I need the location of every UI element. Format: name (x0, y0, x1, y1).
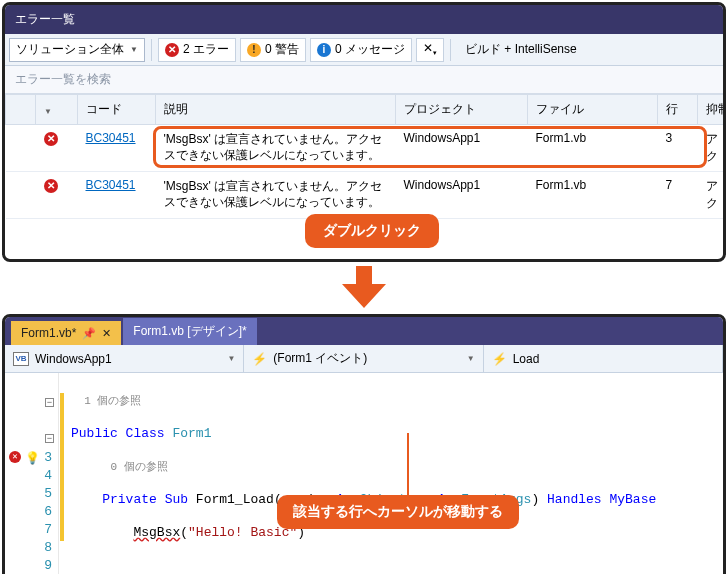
col-proj[interactable]: プロジェクト (396, 95, 528, 125)
toolbar-separator (450, 39, 451, 61)
vb-icon: VB (13, 352, 29, 366)
event-icon: ⚡ (492, 352, 507, 366)
col-line[interactable]: 行 (658, 95, 698, 125)
error-file: Form1.vb (528, 125, 658, 172)
close-icon[interactable]: ✕ (102, 327, 111, 340)
panel-title: エラー一覧 (5, 5, 723, 34)
fold-toggle[interactable]: − (45, 398, 54, 407)
error-list-search[interactable]: エラー一覧を検索 (5, 66, 723, 94)
grid-header: ▼ コード 説明 プロジェクト ファイル 行 抑制 (6, 95, 727, 125)
error-line: 7 (658, 172, 698, 219)
event-icon: ⚡ (252, 352, 267, 366)
toolbar-separator (151, 39, 152, 61)
col-file[interactable]: ファイル (528, 95, 658, 125)
messages-filter-label: 0 メッセージ (335, 41, 405, 58)
errors-filter-button[interactable]: ✕ 2 エラー (158, 38, 236, 62)
warnings-filter-label: 0 警告 (265, 41, 299, 58)
tab-form1-design[interactable]: Form1.vb [デザイン]* (123, 318, 256, 345)
warning-icon: ! (247, 43, 261, 57)
error-list-toolbar: ソリューション全体 ▼ ✕ 2 エラー ! 0 警告 i 0 メッセージ ✕▾ … (5, 34, 723, 66)
change-bar (59, 373, 67, 574)
search-placeholder: エラー一覧を検索 (15, 72, 111, 86)
error-icon: ✕ (44, 132, 58, 146)
fold-toggle[interactable]: − (45, 434, 54, 443)
error-row[interactable]: ✕ BC30451 'MsgBsx' は宣言されていません。アクセスできない保護… (6, 125, 727, 172)
error-code-link[interactable]: BC30451 (86, 131, 136, 145)
error-list-panel: エラー一覧 ソリューション全体 ▼ ✕ 2 エラー ! 0 警告 i 0 メッセ… (2, 2, 726, 262)
pin-icon[interactable]: 📌 (82, 327, 96, 340)
crumb-method[interactable]: ⚡ Load (484, 345, 723, 372)
editor-breadcrumb: VB WindowsApp1 ▼ ⚡ (Form1 イベント) ▼ ⚡ Load (5, 345, 723, 373)
build-intellisense-label[interactable]: ビルド + IntelliSense (457, 41, 585, 58)
line-number-gutter: 1− 2− 3✕💡 4 5 6 7 8 9 (5, 373, 59, 574)
error-list-grid: ▼ コード 説明 プロジェクト ファイル 行 抑制 ✕ BC30451 'Msg… (5, 94, 726, 219)
clear-filter-icon: ✕▾ (423, 41, 437, 57)
error-gutter-icon[interactable]: ✕ (9, 451, 21, 463)
cursor-move-callout: 該当する行へカーソルが移動する (277, 495, 519, 529)
scope-combo-label: ソリューション全体 (16, 41, 124, 58)
crumb-project[interactable]: VB WindowsApp1 ▼ (5, 345, 244, 372)
error-line: 3 (658, 125, 698, 172)
codelens-refs[interactable]: 0 個の参照 (111, 461, 168, 473)
code-area[interactable]: 1− 2− 3✕💡 4 5 6 7 8 9 1 個の参照 Public Clas… (5, 373, 723, 574)
errors-filter-label: 2 エラー (183, 41, 229, 58)
col-icon[interactable]: ▼ (36, 95, 78, 125)
editor-tab-strip: Form1.vb* 📌 ✕ Form1.vb [デザイン]* (5, 317, 723, 345)
info-icon: i (317, 43, 331, 57)
col-desc[interactable]: 説明 (156, 95, 396, 125)
crumb-event-label: (Form1 イベント) (273, 350, 367, 367)
error-row[interactable]: ✕ BC30451 'MsgBsx' は宣言されていません。アクセスできない保護… (6, 172, 727, 219)
lightbulb-icon[interactable]: 💡 (25, 450, 40, 468)
error-desc: 'MsgBsx' は宣言されていません。アクセスできない保護レベルになっています… (156, 125, 396, 172)
tab-label: Form1.vb [デザイン]* (133, 323, 246, 340)
chevron-down-icon: ▼ (130, 45, 138, 54)
col-sup[interactable]: 抑制 (698, 95, 727, 125)
error-file: Form1.vb (528, 172, 658, 219)
warnings-filter-button[interactable]: ! 0 警告 (240, 38, 306, 62)
error-suppress: アク (698, 172, 727, 219)
error-project: WindowsApp1 (396, 125, 528, 172)
error-desc: 'MsgBsx' は宣言されていません。アクセスできない保護レベルになっています… (156, 172, 396, 219)
codelens-refs[interactable]: 1 個の参照 (84, 395, 141, 407)
col-blank[interactable] (6, 95, 36, 125)
scope-combo[interactable]: ソリューション全体 ▼ (9, 38, 145, 62)
crumb-event[interactable]: ⚡ (Form1 イベント) ▼ (244, 345, 483, 372)
col-code[interactable]: コード (78, 95, 156, 125)
tab-form1-vb[interactable]: Form1.vb* 📌 ✕ (11, 321, 121, 345)
error-icon: ✕ (165, 43, 179, 57)
crumb-project-label: WindowsApp1 (35, 352, 112, 366)
callout-area: ダブルクリック (5, 219, 723, 259)
error-project: WindowsApp1 (396, 172, 528, 219)
error-icon: ✕ (44, 179, 58, 193)
tab-label: Form1.vb* (21, 326, 76, 340)
arrow-down-icon (0, 266, 728, 308)
code-editor-panel: Form1.vb* 📌 ✕ Form1.vb [デザイン]* VB Window… (2, 314, 726, 574)
double-click-callout: ダブルクリック (305, 214, 439, 248)
error-suppress: アク (698, 125, 727, 172)
messages-filter-button[interactable]: i 0 メッセージ (310, 38, 412, 62)
crumb-method-label: Load (513, 352, 540, 366)
error-code-link[interactable]: BC30451 (86, 178, 136, 192)
chevron-down-icon: ▼ (227, 354, 235, 363)
clear-filter-button[interactable]: ✕▾ (416, 38, 444, 62)
code-text[interactable]: 1 個の参照 Public Class Form1 0 個の参照 Private… (67, 373, 723, 574)
chevron-down-icon: ▼ (467, 354, 475, 363)
